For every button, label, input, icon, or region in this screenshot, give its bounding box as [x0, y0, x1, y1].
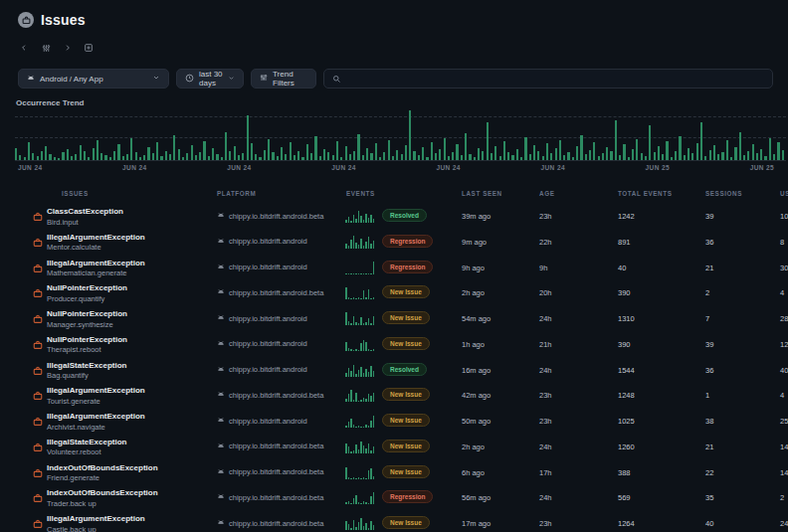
trend-bar: [520, 157, 522, 160]
column-header: EVENTS: [346, 190, 375, 197]
table-row[interactable]: IndexOutOfBoundsExceptionFriend.generate…: [0, 459, 788, 485]
trend-bar: [709, 150, 711, 160]
trend-bar: [216, 154, 218, 160]
trend-bar: [610, 151, 612, 160]
issues-page: Issues Android / Any App last 30 days: [0, 0, 788, 532]
trend-bar: [422, 147, 424, 160]
total-events-cell: 1264: [618, 519, 635, 528]
android-icon: [217, 416, 225, 426]
issue-name: IndexOutOfBoundsException: [47, 463, 158, 472]
trend-bar: [186, 153, 188, 160]
app-selector-dropdown[interactable]: Android / Any App: [18, 69, 169, 89]
status-badge: Resolved: [382, 209, 427, 222]
trend-bar: [606, 147, 608, 160]
prev-button[interactable]: [20, 42, 28, 54]
table-row[interactable]: NullPointerExceptionManager.synthesizech…: [0, 305, 788, 331]
trend-bar: [593, 142, 595, 160]
issue-location: Bird.input: [47, 218, 79, 227]
trend-bar: [251, 143, 253, 160]
status-badge: New Issue: [382, 516, 430, 529]
trend-bar: [388, 140, 390, 160]
column-header: SESSIONS: [705, 190, 742, 197]
x-axis-label: JUN 25: [750, 164, 774, 171]
users-cell: 2: [780, 493, 784, 502]
trend-bar: [499, 156, 501, 160]
table-row[interactable]: IllegalArgumentExceptionMentor.calculate…: [0, 229, 788, 255]
trend-bar: [336, 141, 338, 160]
table-row[interactable]: ClassCastExceptionBird.inputchippy.io.bi…: [0, 203, 788, 229]
table-row[interactable]: IllegalStateExceptionBag.quantifychippy.…: [0, 357, 788, 383]
events-sparkline: [345, 490, 375, 504]
table-row[interactable]: IllegalArgumentExceptionArchivist.naviga…: [0, 408, 788, 434]
time-range-dropdown[interactable]: last 30 days: [176, 69, 244, 89]
trend-bar: [268, 139, 270, 160]
status-badge: New Issue: [382, 414, 430, 427]
trend-bar: [319, 156, 321, 160]
trend-bar: [152, 153, 154, 160]
trend-bar: [182, 157, 184, 160]
trend-bar: [585, 154, 587, 160]
trend-bar: [221, 157, 223, 160]
next-button[interactable]: [64, 42, 72, 54]
trend-filters-button[interactable]: Trend Filters: [251, 69, 316, 89]
search-input[interactable]: [347, 74, 764, 85]
trend-bar: [598, 156, 600, 160]
events-sparkline: [345, 440, 375, 453]
table-row[interactable]: IllegalArgumentExceptionCastle.back upch…: [0, 510, 788, 532]
total-events-cell: 1544: [618, 366, 635, 375]
users-cell: 8: [780, 238, 784, 247]
issue-severity-icon: [33, 439, 43, 448]
last-seen-cell: 6h ago: [462, 468, 485, 477]
trend-bar: [75, 154, 77, 160]
issue-severity-icon: [33, 208, 43, 218]
last-seen-cell: 42m ago: [462, 391, 491, 400]
trend-bar: [671, 157, 673, 160]
total-events-cell: 40: [618, 264, 626, 272]
issue-name: NullPointerException: [47, 335, 127, 344]
platform-cell: chippy.io.bitdrift.android.beta: [217, 390, 323, 400]
trend-bar: [281, 147, 283, 160]
android-icon: [217, 390, 225, 400]
table-row[interactable]: IllegalStateExceptionVolunteer.rebootchi…: [0, 434, 788, 459]
users-cell: 12: [780, 340, 788, 349]
issue-name: IllegalArgumentException: [47, 412, 145, 421]
trend-bar: [383, 152, 385, 160]
last-seen-cell: 2h ago: [462, 288, 485, 297]
table-row[interactable]: IllegalArgumentExceptionTourist.generate…: [0, 382, 788, 408]
last-seen-cell: 16m ago: [462, 366, 491, 375]
table-row[interactable]: IllegalArgumentExceptionMathematician.ge…: [0, 255, 788, 280]
trend-bar: [743, 155, 745, 160]
sessions-cell: 39: [705, 212, 713, 221]
trend-bar: [615, 120, 617, 160]
issue-name: NullPointerException: [47, 309, 127, 318]
table-row[interactable]: IndexOutOfBoundsExceptionTrader.back upc…: [0, 484, 788, 510]
table-row[interactable]: NullPointerExceptionTherapist.rebootchip…: [0, 331, 788, 357]
trend-bar: [469, 154, 471, 160]
trend-bar: [700, 122, 702, 160]
status-badge: Regression: [382, 235, 433, 248]
trend-bar: [45, 146, 47, 160]
trend-bar: [370, 153, 372, 160]
trend-bar: [62, 152, 64, 160]
trend-bar: [482, 151, 484, 160]
android-icon: [217, 237, 225, 247]
status-badge: New Issue: [382, 440, 430, 452]
sessions-cell: 1: [705, 391, 709, 400]
android-icon: [217, 365, 225, 375]
trend-bar: [747, 151, 749, 160]
search-bar[interactable]: [323, 69, 773, 89]
table-row[interactable]: NullPointerExceptionProducer.quantifychi…: [0, 279, 788, 305]
last-seen-cell: 17m ago: [462, 519, 491, 528]
issue-severity-icon: [33, 387, 43, 397]
trend-bar: [104, 155, 106, 160]
trend-bar: [769, 138, 771, 160]
trend-bar: [511, 155, 513, 160]
add-view-button[interactable]: [84, 42, 94, 54]
trend-bar: [401, 154, 403, 160]
sliders-icon[interactable]: [42, 42, 51, 54]
trend-bar: [122, 156, 124, 160]
age-cell: 24h: [539, 314, 552, 323]
trend-bar: [777, 142, 779, 160]
issue-name: IllegalArgumentException: [47, 259, 145, 267]
trend-bar: [264, 150, 266, 160]
